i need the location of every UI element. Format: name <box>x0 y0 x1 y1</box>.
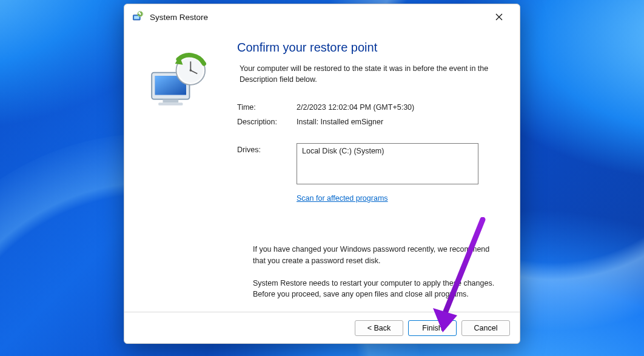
intro-text: Your computer will be restored to the st… <box>237 63 504 85</box>
description-label: Description: <box>237 118 297 126</box>
description-row: Description: Install: Installed emSigner <box>237 118 504 126</box>
drive-item: Local Disk (C:) (System) <box>302 147 384 155</box>
time-value: 2/2/2023 12:02:04 PM (GMT+5:30) <box>297 103 414 112</box>
finish-button[interactable]: Finish <box>408 320 457 336</box>
footer-notes: If you have changed your Windows passwor… <box>253 244 501 311</box>
svg-rect-7 <box>158 102 183 106</box>
restart-note: System Restore needs to restart your com… <box>253 278 501 301</box>
svg-rect-1 <box>134 16 139 19</box>
drives-label: Drives: <box>237 143 297 184</box>
window-title: System Restore <box>150 13 487 22</box>
restore-point-icon <box>146 50 213 117</box>
password-note: If you have changed your Windows passwor… <box>253 244 501 267</box>
time-row: Time: 2/2/2023 12:02:04 PM (GMT+5:30) <box>237 103 504 112</box>
drives-listbox[interactable]: Local Disk (C:) (System) <box>297 143 478 184</box>
svg-rect-6 <box>163 99 179 103</box>
drives-row: Drives: Local Disk (C:) (System) <box>237 143 504 184</box>
system-restore-icon <box>132 11 144 23</box>
cancel-button[interactable]: Cancel <box>461 320 510 336</box>
close-icon <box>495 13 503 21</box>
description-value: Install: Installed emSigner <box>297 118 383 126</box>
back-button[interactable]: < Back <box>355 320 403 336</box>
scan-affected-link[interactable]: Scan for affected programs <box>297 194 388 203</box>
system-restore-dialog: System Restore <box>124 4 520 344</box>
time-label: Time: <box>237 103 297 112</box>
page-heading: Confirm your restore point <box>237 41 504 55</box>
button-bar: < Back Finish Cancel <box>124 312 520 343</box>
wizard-graphic <box>146 36 237 312</box>
close-button[interactable] <box>487 8 511 26</box>
svg-point-12 <box>190 69 192 72</box>
titlebar: System Restore <box>124 4 520 30</box>
